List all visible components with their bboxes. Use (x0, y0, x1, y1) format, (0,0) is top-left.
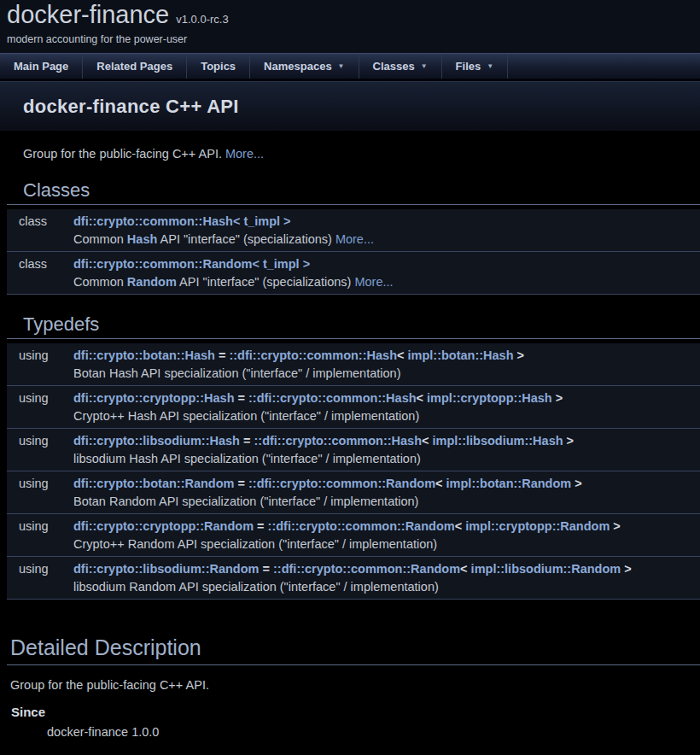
typedefs-table: using dfi::crypto::botan::Hash = ::dfi::… (7, 343, 700, 600)
project-version: v1.0.0-rc.3 (176, 13, 228, 26)
tab-main-page[interactable]: Main Page (0, 54, 83, 79)
typedef-name-link[interactable]: dfi::crypto::libsodium::Random (73, 562, 259, 576)
typedef-row: using dfi::crypto::libsodium::Hash = ::d… (7, 429, 700, 450)
class-desc-link[interactable]: Hash (127, 232, 157, 246)
typedef-common-link[interactable]: ::dfi::crypto::common::Random (268, 519, 455, 533)
row-separator (7, 294, 700, 295)
intro-text: Group for the public-facing C++ API. (23, 147, 222, 161)
class-row: class dfi::crypto::common::Hash< t_impl … (7, 209, 700, 231)
typedef-row: using dfi::crypto::libsodium::Random = :… (7, 557, 700, 578)
typedef-desc-row: Botan Random API specialization ("interf… (7, 493, 700, 513)
typedef-impl-link[interactable]: impl::cryptopp::Hash (427, 391, 552, 405)
typedef-name-link[interactable]: dfi::crypto::cryptopp::Hash (73, 391, 235, 405)
tab-label: Related Pages (96, 60, 172, 73)
typedef-impl-link[interactable]: impl::libsodium::Random (471, 562, 621, 576)
class-link[interactable]: dfi::crypto::common::Hash< t_impl > (73, 214, 291, 228)
class-kind: class (7, 209, 73, 231)
typedef-impl-link[interactable]: impl::libsodium::Hash (433, 434, 563, 448)
typedef-row: using dfi::crypto::cryptopp::Random = ::… (7, 514, 700, 536)
typedef-name-link[interactable]: dfi::crypto::botan::Random (73, 477, 234, 490)
typedef-impl-link[interactable]: impl::cryptopp::Random (465, 519, 610, 533)
tab-label: Files (456, 60, 481, 73)
typedef-impl-link[interactable]: impl::botan::Hash (408, 348, 514, 362)
class-link[interactable]: dfi::crypto::common::Random< t_impl > (73, 257, 310, 271)
chevron-down-icon: ▼ (338, 62, 345, 70)
typedef-common-link[interactable]: ::dfi::crypto::common::Hash (248, 391, 417, 405)
tab-namespaces[interactable]: Namespaces ▼ (250, 54, 359, 79)
typedef-kind: using (7, 471, 73, 493)
tab-related-pages[interactable]: Related Pages (83, 54, 187, 79)
intro-paragraph: Group for the public-facing C++ API. Mor… (23, 147, 700, 161)
typedef-common-link[interactable]: ::dfi::crypto::common::Hash (254, 434, 422, 448)
page-contents: Group for the public-facing C++ API. Mor… (0, 147, 700, 739)
typedefs-heading: Typedefs (7, 313, 700, 339)
typedef-name-link[interactable]: dfi::crypto::libsodium::Hash (73, 434, 240, 448)
tab-label: Namespaces (264, 60, 332, 73)
more-link[interactable]: More... (225, 147, 264, 161)
class-kind: class (7, 252, 73, 273)
typedef-desc-row: Crypto++ Hash API specialization ("inter… (7, 407, 700, 428)
class-desc-row: Common Hash API "interface" (specializat… (7, 231, 700, 251)
tab-classes[interactable]: Classes ▼ (359, 54, 442, 79)
typedef-common-link[interactable]: ::dfi::crypto::common::Random (273, 562, 460, 576)
typedef-name-link[interactable]: dfi::crypto::cryptopp::Random (73, 519, 254, 533)
project-header: docker-financev1.0.0-rc.3 modern account… (0, 0, 700, 53)
more-link[interactable]: More... (354, 275, 393, 289)
tab-topics[interactable]: Topics (187, 54, 250, 79)
tab-files[interactable]: Files ▼ (442, 54, 509, 79)
typedef-impl-link[interactable]: impl::botan::Random (446, 477, 572, 490)
typedef-common-link[interactable]: ::dfi::crypto::common::Hash (229, 348, 397, 362)
typedef-row: using dfi::crypto::botan::Random = ::dfi… (7, 471, 700, 493)
typedef-row: using dfi::crypto::cryptopp::Hash = ::df… (7, 386, 700, 407)
classes-table: class dfi::crypto::common::Hash< t_impl … (7, 209, 700, 295)
more-link[interactable]: More... (335, 232, 374, 246)
since-label: Since (11, 705, 700, 719)
tab-label: Main Page (14, 60, 68, 73)
typedef-desc-row: Crypto++ Random API specialization ("int… (7, 536, 700, 556)
typedef-kind: using (7, 386, 73, 407)
typedef-desc-row: libsodium Hash API specialization ("inte… (7, 450, 700, 471)
since-value: docker-finance 1.0.0 (47, 725, 700, 739)
class-row: class dfi::crypto::common::Random< t_imp… (7, 252, 700, 273)
project-name: docker-finance (7, 1, 169, 28)
typedef-desc-row: Botan Hash API specialization ("interfac… (7, 365, 700, 385)
tab-label: Topics (201, 60, 236, 73)
class-desc-link[interactable]: Random (127, 275, 177, 289)
detailed-description-heading: Detailed Description (7, 635, 700, 665)
typedef-common-link[interactable]: ::dfi::crypto::common::Random (248, 477, 435, 490)
since-block: Since docker-finance 1.0.0 (11, 705, 700, 739)
chevron-down-icon: ▼ (421, 62, 428, 70)
project-brief: modern accounting for the power-user (7, 33, 700, 45)
chevron-down-icon: ▼ (487, 62, 493, 70)
page-title-band: docker-finance C++ API (0, 81, 700, 131)
tab-label: Classes (373, 60, 415, 73)
typedef-kind: using (7, 557, 73, 578)
main-nav: Main Page Related Pages Topics Namespace… (0, 53, 700, 79)
typedef-desc-row: libsodium Random API specialization ("in… (7, 578, 700, 599)
typedef-row: using dfi::crypto::botan::Hash = ::dfi::… (7, 343, 700, 365)
typedef-kind: using (7, 343, 73, 365)
typedef-name-link[interactable]: dfi::crypto::botan::Hash (73, 348, 215, 362)
typedef-kind: using (7, 514, 73, 536)
row-separator (7, 599, 700, 600)
class-desc-row: Common Random API "interface" (specializ… (7, 273, 700, 294)
detail-paragraph: Group for the public-facing C++ API. (10, 678, 700, 692)
page-title: docker-finance C++ API (23, 96, 239, 118)
classes-heading: Classes (7, 179, 700, 205)
typedef-kind: using (7, 429, 73, 450)
